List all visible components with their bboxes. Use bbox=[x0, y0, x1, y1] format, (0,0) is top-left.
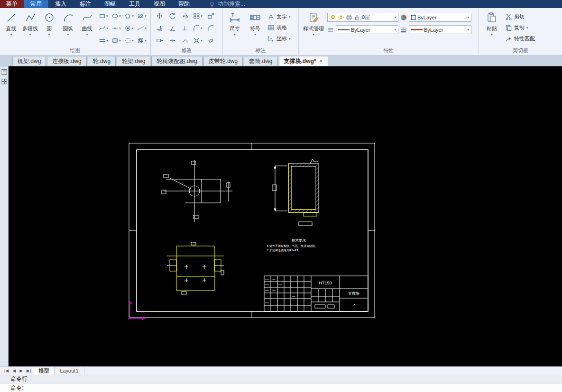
copy-button[interactable]: 复制 ▾ bbox=[504, 23, 536, 32]
break-tool-button[interactable] bbox=[166, 35, 178, 46]
model-space-tab[interactable]: 模型 bbox=[33, 367, 55, 374]
mirror-tool-button[interactable] bbox=[179, 10, 191, 22]
dropdown-arrow-icon[interactable]: ▾ bbox=[394, 27, 396, 32]
doc-tab[interactable]: 机架.dwg bbox=[12, 56, 46, 66]
point-tool-button[interactable]: ▾ bbox=[110, 22, 122, 34]
dropdown-arrow-icon[interactable]: ▾ bbox=[289, 36, 291, 41]
doc-tab[interactable]: 套筒.dwg bbox=[244, 56, 277, 66]
color-wheel-icon[interactable] bbox=[400, 14, 407, 21]
dropdown-arrow-icon[interactable]: ▾ bbox=[10, 32, 12, 36]
panel-label-properties[interactable]: 特性 bbox=[299, 47, 479, 55]
doc-tab[interactable]: 轮椅装配图.dwg bbox=[151, 56, 202, 66]
polyline-tool-button[interactable]: 多段线 ▾ bbox=[21, 9, 39, 46]
doc-tab[interactable]: 轮.dwg bbox=[88, 56, 116, 66]
linetype-select[interactable]: ByLayer ▾ bbox=[336, 25, 398, 34]
color-select[interactable]: ByLayer ▾ bbox=[409, 13, 471, 22]
prev-tab-button[interactable]: ◀ bbox=[10, 368, 18, 373]
scale-tool-button[interactable] bbox=[204, 10, 217, 22]
last-tab-button[interactable]: ▶| bbox=[25, 368, 33, 373]
fillet-tool-button[interactable]: ▾ bbox=[192, 22, 204, 34]
dropdown-arrow-icon[interactable]: ▾ bbox=[394, 15, 396, 19]
dropdown-arrow-icon[interactable]: ▾ bbox=[289, 15, 291, 19]
ribbon-tab-home[interactable]: 常用 bbox=[24, 0, 48, 8]
line-tool-button[interactable]: 直线 ▾ bbox=[2, 9, 20, 46]
revision-cloud-tool-button[interactable]: ▾ bbox=[123, 35, 135, 46]
polygon-tool-button[interactable]: ▾ bbox=[123, 10, 135, 22]
ribbon-tab-view[interactable]: 视图 bbox=[147, 0, 172, 8]
doc-tab[interactable]: 轮架.dwg bbox=[117, 56, 150, 66]
layout1-tab[interactable]: Layout1 bbox=[55, 367, 84, 374]
region-tool-button[interactable]: ▾ bbox=[110, 35, 122, 46]
ellipse-tool-button[interactable]: ▾ bbox=[110, 10, 122, 22]
selected-outline[interactable] bbox=[167, 246, 224, 291]
panel-label-annotate[interactable]: 标注 bbox=[223, 47, 298, 55]
dropdown-arrow-icon[interactable]: ▾ bbox=[29, 32, 31, 36]
ribbon-tab-sheet[interactable]: 图幅 bbox=[98, 0, 122, 8]
spline-tool-button[interactable]: ▾ bbox=[97, 22, 110, 34]
first-tab-button[interactable]: |◀ bbox=[2, 368, 10, 373]
lineweight-icon[interactable] bbox=[400, 27, 407, 33]
table-tool-button[interactable]: 表格 bbox=[266, 23, 292, 32]
lineweight-select[interactable]: ByLayer ▾ bbox=[409, 25, 471, 34]
function-search[interactable]: 功能搜索... bbox=[209, 0, 245, 8]
panel-label-draw[interactable]: 绘图 bbox=[0, 47, 150, 55]
style-manager-button[interactable]: 样式管理 ▾ bbox=[301, 9, 326, 46]
join-tool-button[interactable] bbox=[179, 35, 191, 46]
match-properties-button[interactable]: 特性匹配 bbox=[504, 34, 536, 43]
donut-tool-button[interactable]: ▾ bbox=[123, 22, 135, 34]
multiline-tool-button[interactable]: ▾ bbox=[97, 35, 110, 46]
view-bottom-left[interactable] bbox=[167, 242, 224, 294]
drawing-canvas[interactable]: 技术要求 1.铸件不得有裂纹、气孔、夹渣等缺陷。 2.未注铸造圆角为R2~R3。 bbox=[9, 66, 562, 366]
dropdown-arrow-icon[interactable]: ▾ bbox=[48, 32, 50, 36]
command-input[interactable]: 命令: bbox=[0, 383, 562, 392]
curve-tool-button[interactable]: 曲线 ▾ bbox=[78, 9, 96, 46]
construction-line-tool-button[interactable]: ▾ bbox=[136, 22, 148, 34]
cut-button[interactable]: 剪切 bbox=[504, 12, 536, 21]
linetype-manager-icon[interactable] bbox=[327, 27, 334, 33]
text-tool-button[interactable]: 文字 ▾ bbox=[266, 12, 292, 21]
layer-select[interactable]: 0层 ▾ bbox=[327, 13, 398, 22]
extend-tool-button[interactable] bbox=[179, 22, 191, 34]
erase-tool-button[interactable] bbox=[204, 35, 217, 46]
dropdown-arrow-icon[interactable]: ▾ bbox=[86, 32, 88, 36]
dropdown-arrow-icon[interactable]: ▾ bbox=[526, 26, 528, 30]
circle-tool-button[interactable]: 圆 ▾ bbox=[40, 9, 58, 46]
dropdown-arrow-icon[interactable]: ▾ bbox=[467, 27, 469, 32]
selected-edges[interactable] bbox=[288, 164, 319, 216]
panel-label-clipboard[interactable]: 剪切板 bbox=[479, 47, 562, 55]
ribbon-tab-help[interactable]: 帮助 bbox=[172, 0, 196, 8]
panel-label-modify[interactable]: 修改 bbox=[151, 47, 222, 55]
ribbon-tab-insert[interactable]: 插入 bbox=[48, 0, 73, 8]
ribbon-tab-annotate[interactable]: 标注 bbox=[73, 0, 98, 8]
dimension-tool-button[interactable]: 尺寸 ▾ bbox=[225, 9, 244, 46]
explode-tool-button[interactable]: ▾ bbox=[192, 35, 204, 46]
dropdown-arrow-icon[interactable]: ▾ bbox=[67, 32, 69, 36]
sheet-palette-icon[interactable] bbox=[1, 69, 8, 75]
rectangle-tool-button[interactable]: ▾ bbox=[97, 10, 110, 22]
menu-button[interactable]: 菜单 bbox=[0, 0, 24, 8]
symbol-tool-button[interactable]: 符号 ▾ bbox=[246, 9, 265, 46]
stretch-tool-button[interactable] bbox=[153, 35, 166, 46]
library-palette-icon[interactable] bbox=[1, 78, 8, 85]
dropdown-arrow-icon[interactable]: ▾ bbox=[491, 32, 493, 36]
doc-tab[interactable]: 皮带轮.dwg bbox=[203, 56, 243, 66]
dropdown-arrow-icon[interactable]: ▾ bbox=[234, 32, 236, 36]
close-tab-icon[interactable]: × bbox=[320, 58, 323, 64]
hatch-tool-button[interactable]: ▾ bbox=[136, 10, 148, 22]
ribbon-tab-tools[interactable]: 工具 bbox=[122, 0, 147, 8]
array-tool-button[interactable]: ▾ bbox=[192, 10, 204, 22]
block-tool-button[interactable]: ▾ bbox=[136, 35, 148, 46]
dropdown-arrow-icon[interactable]: ▾ bbox=[467, 15, 469, 19]
trim-tool-button[interactable] bbox=[166, 22, 178, 34]
arc-tool-button[interactable]: 圆弧 ▾ bbox=[59, 9, 77, 46]
dropdown-arrow-icon[interactable]: ▾ bbox=[254, 32, 256, 36]
view-top-right[interactable] bbox=[272, 159, 319, 226]
paste-button[interactable]: 粘贴 ▾ bbox=[481, 9, 502, 46]
rotate-tool-button[interactable] bbox=[166, 10, 178, 22]
offset-tool-button[interactable] bbox=[153, 22, 166, 34]
move-tool-button[interactable] bbox=[153, 10, 166, 22]
dropdown-arrow-icon[interactable]: ▾ bbox=[313, 32, 314, 36]
coordinate-tool-button[interactable]: 坐标 ▾ bbox=[266, 34, 292, 43]
command-line-title[interactable]: 命令行 bbox=[0, 374, 562, 383]
chamfer-tool-button[interactable] bbox=[204, 22, 217, 34]
